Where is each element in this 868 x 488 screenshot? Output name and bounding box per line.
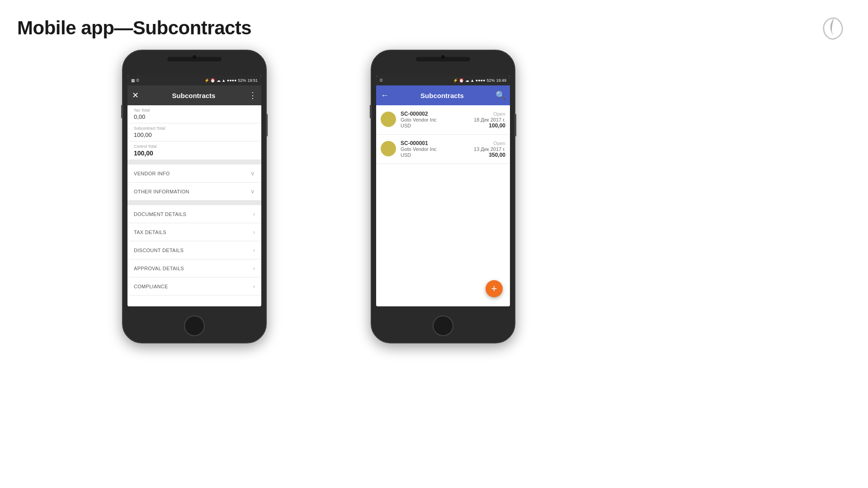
close-button[interactable]: ✕ <box>132 90 139 100</box>
menu-button[interactable]: ⋮ <box>249 90 257 100</box>
header-title-right: Subcontracts <box>420 92 464 99</box>
status-bar-right: © ⚡ ⏰ ☁ ▲ ●●●● 52% 19:49 <box>376 75 510 85</box>
app-header-right: ← Subcontracts 🔍 <box>376 85 510 105</box>
status-network-r: ⚡ ⏰ ☁ ▲ ●●●● <box>453 78 486 83</box>
tax-total-field: Tax Total 0,00 <box>127 105 261 123</box>
compliance-label: COMPLIANCE <box>134 284 168 289</box>
vendor-info-section[interactable]: VENDOR INFO ∨ <box>127 164 261 183</box>
app-header-left: ✕ Subcontracts ⋮ <box>127 85 261 105</box>
discount-details-section[interactable]: DISCOUNT DETAILS › <box>127 241 261 259</box>
other-information-chevron-down-icon: ∨ <box>250 188 255 195</box>
sc-status-1: Open <box>493 111 505 117</box>
sc-currency-2: USD <box>401 152 411 158</box>
sc-date-1: 18 Дек 2017 г. <box>474 117 505 122</box>
tax-details-chevron-right-icon: › <box>253 229 255 235</box>
side-button-right-r <box>514 114 516 136</box>
tax-details-section[interactable]: TAX DETAILS › <box>127 223 261 241</box>
sc-number-1: SC-000002 <box>401 111 428 117</box>
avatar-sc-000002 <box>381 112 396 127</box>
other-information-section[interactable]: OTHER INFORMATION ∨ <box>127 183 261 201</box>
vendor-info-label: VENDOR INFO <box>134 171 170 176</box>
subcontract-total-label: Subcontract Total <box>134 126 255 131</box>
phone-camera <box>193 55 196 59</box>
vendor-info-chevron-down-icon: ∨ <box>250 170 255 177</box>
control-total-field: Control Total 100,00 <box>127 141 261 160</box>
fab-add-button[interactable]: + <box>486 280 503 297</box>
sc-amount-2: 350,00 <box>489 152 505 158</box>
side-button-right <box>266 114 268 136</box>
side-button-left <box>121 105 123 118</box>
status-icons: ▦ © <box>131 78 139 83</box>
side-button-left-r <box>370 105 372 118</box>
subcontract-total-field: Subcontract Total 100,00 <box>127 123 261 141</box>
screen-content-left: Tax Total 0,00 Subcontract Total 100,00 … <box>127 105 261 306</box>
status-bar-left: ▦ © ⚡ ⏰ ☁ ▲ ●●●● 52% 19:51 <box>127 75 261 85</box>
section-divider-2 <box>127 201 261 205</box>
status-icons-r: © <box>380 78 383 83</box>
page-title: Mobile app—Subcontracts <box>17 17 251 39</box>
sc-amount-1: 100,00 <box>489 122 505 129</box>
company-logo <box>818 14 850 45</box>
phone-right: © ⚡ ⏰ ☁ ▲ ●●●● 52% 19:49 ← Subcontracts … <box>371 50 515 343</box>
phone-screen-left: ▦ © ⚡ ⏰ ☁ ▲ ●●●● 52% 19:51 ✕ Subcontract… <box>127 75 261 306</box>
document-details-chevron-right-icon: › <box>253 211 255 217</box>
sc-currency-1: USD <box>401 123 411 128</box>
section-divider-1 <box>127 160 261 164</box>
sc-vendor-1: Goto Vendor Inc <box>401 117 437 122</box>
sc-vendor-2: Goto Vendor Inc <box>401 146 437 152</box>
list-item-sc-000002[interactable]: SC-000002 Open Goto Vendor Inc 18 Дек 20… <box>376 105 510 135</box>
home-button-right[interactable] <box>433 315 453 336</box>
tax-details-label: TAX DETAILS <box>134 230 166 235</box>
control-total-value: 100,00 <box>134 150 255 157</box>
discount-details-label: DISCOUNT DETAILS <box>134 248 184 253</box>
document-details-label: DOCUMENT DETAILS <box>134 211 186 217</box>
approval-details-section[interactable]: APPROVAL DETAILS › <box>127 259 261 277</box>
control-total-label: Control Total <box>134 144 255 149</box>
compliance-section[interactable]: COMPLIANCE › <box>127 277 261 296</box>
home-button-left[interactable] <box>184 315 205 336</box>
status-time: 19:51 <box>247 78 258 83</box>
tax-total-label: Tax Total <box>134 108 255 113</box>
header-title-left: Subcontracts <box>172 92 216 99</box>
list-details-sc-000001: SC-000001 Open Goto Vendor Inc 13 Дек 20… <box>401 140 505 158</box>
subcontract-total-value: 100,00 <box>134 131 255 138</box>
screen-content-right: SC-000002 Open Goto Vendor Inc 18 Дек 20… <box>376 105 510 306</box>
phone-left: ▦ © ⚡ ⏰ ☁ ▲ ●●●● 52% 19:51 ✕ Subcontract… <box>122 50 267 343</box>
sc-number-2: SC-000001 <box>401 140 428 146</box>
document-details-section[interactable]: DOCUMENT DETAILS › <box>127 205 261 223</box>
status-battery-r: 52% <box>486 78 495 83</box>
other-information-label: OTHER INFORMATION <box>134 189 189 194</box>
status-battery: 52% <box>238 78 246 83</box>
discount-details-chevron-right-icon: › <box>253 247 255 253</box>
sc-date-2: 13 Дек 2017 г. <box>474 146 505 152</box>
compliance-chevron-right-icon: › <box>253 283 255 290</box>
status-network: ⚡ ⏰ ☁ ▲ ●●●● <box>204 78 237 83</box>
sc-status-2: Open <box>493 141 505 146</box>
list-details-sc-000002: SC-000002 Open Goto Vendor Inc 18 Дек 20… <box>401 111 505 129</box>
back-button[interactable]: ← <box>381 91 389 100</box>
tax-total-value: 0,00 <box>134 113 255 120</box>
list-item-sc-000001[interactable]: SC-000001 Open Goto Vendor Inc 13 Дек 20… <box>376 135 510 164</box>
approval-details-label: APPROVAL DETAILS <box>134 266 184 271</box>
search-button[interactable]: 🔍 <box>495 90 505 100</box>
phone-screen-right: © ⚡ ⏰ ☁ ▲ ●●●● 52% 19:49 ← Subcontracts … <box>376 75 510 306</box>
phone-camera-right <box>441 55 445 59</box>
status-time-r: 19:49 <box>496 78 506 83</box>
approval-details-chevron-right-icon: › <box>253 265 255 272</box>
avatar-sc-000001 <box>381 141 396 156</box>
